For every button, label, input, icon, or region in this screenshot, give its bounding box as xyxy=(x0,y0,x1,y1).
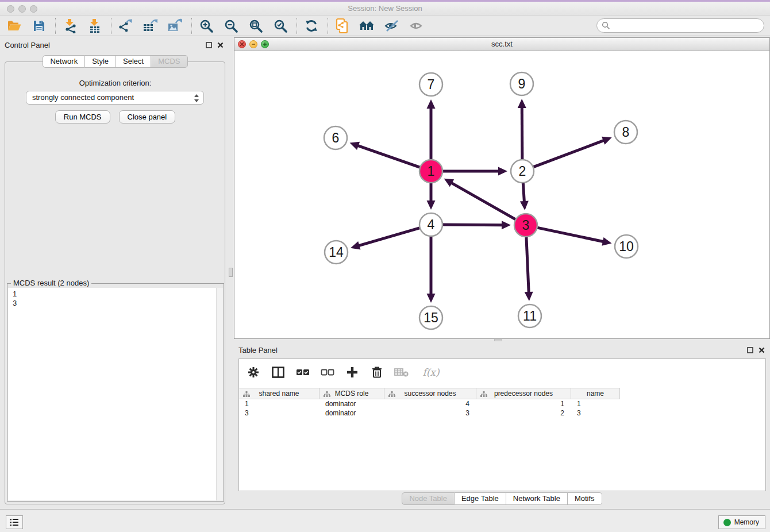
float-panel-icon[interactable] xyxy=(205,41,213,49)
float-table-panel-icon[interactable] xyxy=(746,346,754,354)
search-icon xyxy=(602,21,610,30)
column-header-predecessor-nodes[interactable]: predecessor nodes xyxy=(476,388,571,399)
column-header-shared-name[interactable]: shared name xyxy=(239,388,319,399)
search-input[interactable] xyxy=(596,18,764,33)
tab-motifs[interactable]: Motifs xyxy=(568,492,602,505)
select-all-columns-icon[interactable] xyxy=(295,365,310,380)
result-scrollbar[interactable] xyxy=(216,288,223,500)
column-header-label: shared name xyxy=(259,390,299,398)
tab-select[interactable]: Select xyxy=(116,55,151,68)
close-panel-button[interactable]: Close panel xyxy=(119,110,176,124)
optimization-criterion-label: Optimization criterion: xyxy=(0,79,230,87)
export-table-icon[interactable] xyxy=(142,17,159,34)
status-bar: Memory xyxy=(0,509,770,532)
table-settings-gear-icon[interactable] xyxy=(246,365,261,380)
graph-edge-4-3[interactable] xyxy=(442,225,503,225)
vertical-splitter-grip[interactable] xyxy=(229,268,233,277)
delete-columns-icon[interactable] xyxy=(369,365,384,380)
close-table-panel-icon[interactable] xyxy=(757,346,765,354)
export-image-icon[interactable] xyxy=(167,17,184,34)
first-neighbors-icon[interactable] xyxy=(359,17,376,34)
table-cell: 1 xyxy=(476,399,571,408)
network-graph[interactable]: 7968124314101511 xyxy=(234,51,769,338)
graph-node-11[interactable]: 11 xyxy=(518,304,541,327)
toolbar-separator xyxy=(55,18,56,34)
graph-node-3[interactable]: 3 xyxy=(514,214,537,237)
hide-selected-icon[interactable] xyxy=(383,17,401,34)
graph-node-2[interactable]: 2 xyxy=(511,160,534,183)
task-history-button[interactable] xyxy=(6,515,23,529)
tab-node-table[interactable]: Node Table xyxy=(402,492,455,505)
table-row[interactable]: 3dominator323 xyxy=(239,408,620,418)
table-row[interactable]: 1dominator411 xyxy=(239,399,620,408)
column-header-name[interactable]: name xyxy=(571,388,620,399)
graph-node-6[interactable]: 6 xyxy=(324,126,347,149)
graph-edge-2-3[interactable] xyxy=(523,183,524,202)
graph-node-4[interactable]: 4 xyxy=(419,213,442,236)
import-network-icon[interactable] xyxy=(61,17,79,34)
graph-node-7[interactable]: 7 xyxy=(419,73,442,96)
select-stepper-icon xyxy=(194,94,199,103)
node-table-container: f(x) shared nameMCDS rolesuccessor nodes… xyxy=(238,358,766,491)
save-session-icon[interactable] xyxy=(30,17,48,34)
column-header-successor-nodes[interactable]: successor nodes xyxy=(384,388,476,399)
graph-edge-4-14[interactable] xyxy=(358,228,419,246)
tab-network-table[interactable]: Network Table xyxy=(506,492,568,505)
graph-edge-arrowhead xyxy=(520,201,529,210)
table-mode-icon[interactable] xyxy=(271,365,286,380)
graph-edge-arrowhead xyxy=(427,294,436,303)
toolbar-separator xyxy=(328,18,328,34)
import-table-icon[interactable] xyxy=(86,17,103,34)
tab-edge-table[interactable]: Edge Table xyxy=(455,492,506,505)
graph-edge-3-11[interactable] xyxy=(526,237,529,293)
tab-mcds[interactable]: MCDS xyxy=(151,55,187,68)
svg-text:14: 14 xyxy=(329,245,344,260)
tab-network[interactable]: Network xyxy=(43,55,85,68)
svg-text:15: 15 xyxy=(424,310,438,325)
graph-edge-arrowhead xyxy=(502,221,511,229)
graph-node-15[interactable]: 15 xyxy=(419,306,442,329)
open-session-icon[interactable] xyxy=(6,17,23,34)
memory-label: Memory xyxy=(734,518,759,526)
fx-label: f(x) xyxy=(422,367,439,378)
graph-edge-arrowhead xyxy=(350,142,360,150)
graph-edge-arrowhead xyxy=(427,99,436,109)
column-header-MCDS-role[interactable]: MCDS role xyxy=(319,388,384,399)
graph-node-14[interactable]: 14 xyxy=(325,241,348,264)
graph-node-8[interactable]: 8 xyxy=(614,121,637,144)
graph-edge-1-6[interactable] xyxy=(357,145,420,167)
mcds-result-title: MCDS result (2 nodes) xyxy=(11,279,91,287)
graph-node-9[interactable]: 9 xyxy=(510,72,533,95)
graph-edge-2-9[interactable] xyxy=(522,107,522,160)
graph-node-1[interactable]: 1 xyxy=(419,160,442,183)
show-all-icon[interactable] xyxy=(408,17,425,34)
table-cell: 1 xyxy=(571,399,620,408)
graph-edge-3-1[interactable] xyxy=(451,183,516,219)
zoom-in-icon[interactable] xyxy=(198,17,215,34)
mcds-result-list[interactable]: 13 xyxy=(8,288,216,500)
list-icon xyxy=(9,518,20,527)
column-header-label: predecessor nodes xyxy=(494,390,553,398)
close-panel-icon[interactable] xyxy=(216,41,224,49)
zoom-fit-icon[interactable] xyxy=(247,17,264,34)
tab-style[interactable]: Style xyxy=(85,55,116,68)
create-column-icon[interactable] xyxy=(345,365,360,380)
refresh-layout-icon[interactable] xyxy=(303,17,320,34)
graph-node-10[interactable]: 10 xyxy=(615,235,638,258)
network-window-titlebar: scc.txt xyxy=(234,38,769,51)
clone-network-icon[interactable] xyxy=(334,17,351,34)
horizontal-splitter-grip[interactable] xyxy=(494,339,502,341)
graph-edge-3-10[interactable] xyxy=(537,228,604,242)
graph-edge-2-8[interactable] xyxy=(533,140,605,167)
zoom-selected-icon[interactable] xyxy=(272,17,289,34)
table-cell: 3 xyxy=(239,408,319,418)
run-mcds-button[interactable]: Run MCDS xyxy=(55,110,110,124)
table-cell: 3 xyxy=(384,408,476,418)
unselect-all-columns-icon[interactable] xyxy=(320,365,335,380)
criterion-select[interactable]: strongly connected component xyxy=(26,91,204,105)
export-network-icon[interactable] xyxy=(117,17,134,34)
graph-edge-arrowhead xyxy=(602,237,611,246)
svg-text:11: 11 xyxy=(523,309,537,323)
zoom-out-icon[interactable] xyxy=(222,17,240,34)
memory-button[interactable]: Memory xyxy=(718,515,765,529)
